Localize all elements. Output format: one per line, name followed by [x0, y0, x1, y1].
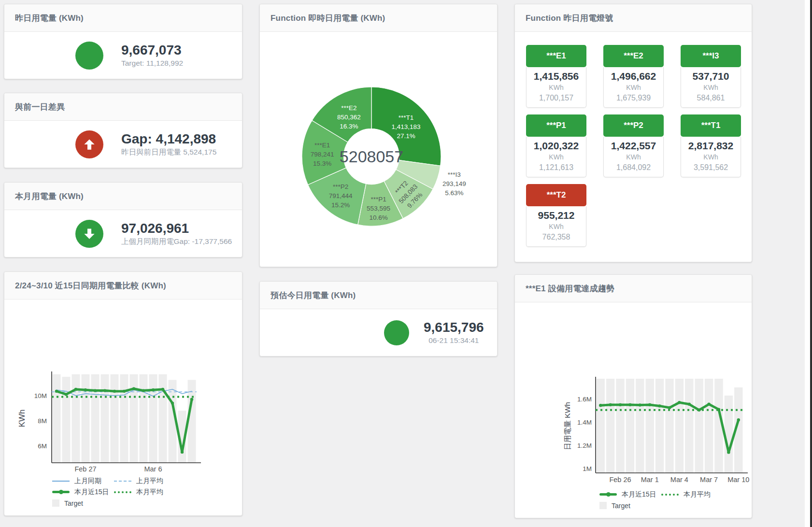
target-bar — [91, 374, 100, 463]
series-marker — [65, 393, 68, 396]
donut-center-value: 5208057 — [340, 147, 403, 166]
series-marker — [609, 403, 612, 406]
legend-swatch-icon — [114, 491, 131, 493]
tile-body: 955,212KWh762,358 — [526, 206, 586, 247]
legend-label: 上月平均 — [136, 477, 163, 485]
tile-target-value: 3,591,562 — [682, 162, 740, 173]
target-bar — [685, 379, 693, 473]
scrollbar-edge[interactable] — [810, 0, 812, 527]
panel-header: Function 昨日用電燈號 — [515, 4, 752, 32]
chart-legend: 本月近15日本月平均Target — [599, 490, 723, 510]
e1-trend-chart: 1M1.2M1.4M1.6MFeb 26Mar 1Mar 4Mar 7Mar 1… — [515, 302, 752, 518]
series-marker — [55, 390, 58, 393]
status-tile: ***P21,422,557KWh1,684,092 — [603, 114, 664, 177]
series-marker — [113, 390, 116, 393]
series-marker — [171, 401, 174, 404]
stat-text: Gap: 4,142,898 昨日與前日用電量 5,524,175 — [121, 131, 216, 157]
tile-target-value: 1,121,613 — [527, 162, 585, 173]
series-marker — [142, 389, 145, 392]
status-tile: ***T2955,212KWh762,358 — [526, 184, 586, 247]
green-status-circle-icon — [75, 42, 103, 70]
target-bar — [675, 379, 684, 473]
tile-value: 537,710 — [682, 70, 740, 83]
legend-item[interactable]: Target — [52, 499, 114, 507]
legend-label: 上月同期 — [74, 477, 101, 485]
tile-unit: KWh — [682, 83, 740, 92]
target-bar — [53, 374, 61, 463]
series-marker — [74, 388, 77, 391]
green-status-circle-icon — [384, 320, 409, 345]
series-marker — [132, 387, 135, 390]
tile-name: ***P2 — [603, 114, 664, 137]
legend-item[interactable]: 本月近15日 — [599, 490, 661, 499]
target-bar — [636, 379, 644, 473]
panel-body: 9,615,796 06-21 15:34:41 — [260, 309, 497, 356]
legend-swatch-icon — [599, 502, 607, 509]
legend-item[interactable]: 上月同期 — [52, 477, 114, 485]
green-down-arrow-icon — [75, 220, 103, 248]
panel-title: 本月用電量 (KWh) — [15, 191, 84, 202]
legend-label: 本月近15日 — [74, 488, 109, 497]
target-bar — [616, 379, 624, 473]
tile-unit: KWh — [527, 83, 585, 92]
panel-body: Gap: 4,142,898 昨日與前日用電量 5,524,175 — [4, 121, 242, 168]
status-tile: ***I3537,710KWh584,861 — [681, 45, 741, 108]
tile-value: 1,496,662 — [605, 70, 662, 83]
panel-header: ***E1 設備用電達成趨勢 — [515, 275, 752, 302]
tile-name: ***P1 — [526, 114, 586, 137]
tile-target-value: 762,358 — [527, 231, 585, 242]
tile-body: 1,415,856KWh1,700,157 — [526, 67, 586, 108]
legend-item[interactable]: 上月平均 — [114, 477, 176, 485]
legend-swatch-icon — [114, 481, 131, 482]
panel-header: 本月用電量 (KWh) — [4, 183, 242, 210]
panel-header: 昨日用電量 (KWh) — [4, 4, 242, 32]
tile-body: 1,020,322KWh1,121,613 — [526, 137, 586, 177]
series-marker — [152, 388, 155, 391]
series-marker — [737, 418, 740, 421]
tile-target-value: 1,684,092 — [605, 162, 662, 173]
panel-month-usage: 本月用電量 (KWh) 97,026,961 上個月同期用電Gap: -17,3… — [4, 182, 242, 257]
stat-value: 9,667,073 — [121, 42, 183, 58]
panel-header: 2/24~3/10 近15日同期用電量比較 (KWh) — [4, 272, 242, 299]
energy-dashboard: 昨日用電量 (KWh) 9,667,073 Target: 11,128,992… — [0, 0, 812, 527]
legend-item[interactable]: Target — [599, 502, 661, 510]
y-tick-label: 1.6M — [577, 396, 592, 403]
tile-name: ***E1 — [526, 45, 586, 67]
target-bar — [149, 374, 157, 463]
panel-title: Function 即時日用電量 (KWh) — [271, 13, 385, 24]
panel-body: 9,667,073 Target: 11,128,992 — [4, 32, 242, 79]
legend-item[interactable]: 本月近15日 — [52, 488, 114, 497]
series-marker — [628, 403, 631, 406]
panel-title: 與前一日差異 — [15, 101, 65, 113]
stat-value: Gap: 4,142,898 — [121, 131, 216, 147]
stat-text: 97,026,961 上個月同期用電Gap: -17,377,566 — [121, 220, 232, 247]
x-tick-label: Mar 1 — [641, 476, 659, 484]
legend-item[interactable]: 本月平均 — [661, 490, 723, 499]
stat-value: 9,615,796 — [424, 319, 484, 335]
target-bar — [62, 377, 71, 463]
series-marker — [103, 389, 106, 392]
series-marker — [190, 398, 193, 401]
series-marker — [727, 451, 730, 454]
target-bar — [111, 374, 119, 463]
tile-name: ***I3 — [681, 45, 741, 67]
target-bar — [695, 379, 703, 473]
legend-swatch-icon — [52, 491, 70, 493]
series-marker — [668, 406, 671, 409]
series-marker — [639, 403, 641, 406]
series-marker — [678, 401, 681, 404]
target-bar — [159, 374, 167, 463]
stat-subtitle: 上個月同期用電Gap: -17,377,566 — [121, 236, 232, 247]
chart-legend: 上月同期上月平均本月近15日本月平均Target — [52, 476, 176, 508]
stat-timestamp: 06-21 15:34:41 — [424, 335, 484, 346]
legend-swatch-icon — [661, 494, 679, 496]
tile-name: ***E2 — [603, 45, 664, 67]
panel-realtime-donut: Function 即時日用電量 (KWh) ***T11,413,18327.1… — [259, 4, 498, 267]
tile-value: 1,020,322 — [527, 140, 585, 152]
target-bar — [597, 379, 605, 473]
stat-text: 9,667,073 Target: 11,128,992 — [121, 42, 183, 69]
tile-body: 2,817,832KWh3,591,562 — [681, 137, 741, 177]
legend-item[interactable]: 本月平均 — [114, 488, 176, 497]
x-tick-label: Mar 6 — [144, 465, 162, 473]
donut-chart: ***T11,413,18327.1%***I3293,1495.63%***T… — [260, 32, 497, 267]
